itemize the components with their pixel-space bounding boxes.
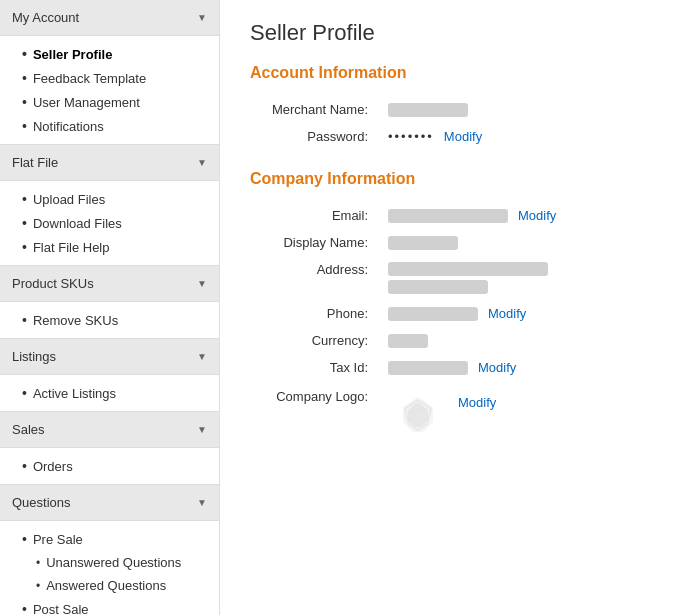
tax-id-modify-link[interactable]: Modify bbox=[478, 360, 516, 375]
main-content: Seller Profile Account Information Merch… bbox=[220, 0, 695, 615]
sidebar-section-label-listings: Listings bbox=[12, 349, 56, 364]
email-value: Modify bbox=[388, 208, 657, 223]
company-info-table: Email: Modify Display Name: Address: bbox=[250, 202, 665, 453]
company-logo-value: Modify bbox=[388, 387, 657, 447]
address-line2-blurred bbox=[388, 280, 488, 294]
company-logo-modify-link[interactable]: Modify bbox=[458, 395, 496, 410]
password-row: Password: ••••••• Modify bbox=[250, 123, 665, 150]
chevron-down-icon: ▼ bbox=[197, 278, 207, 289]
display-name-label: Display Name: bbox=[250, 229, 380, 256]
address-label: Address: bbox=[250, 256, 380, 300]
sidebar-section-label-product-skus: Product SKUs bbox=[12, 276, 94, 291]
chevron-down-icon: ▼ bbox=[197, 497, 207, 508]
sidebar-item-seller-profile[interactable]: Seller Profile bbox=[0, 42, 219, 66]
password-modify-link[interactable]: Modify bbox=[444, 129, 482, 144]
address-value bbox=[388, 262, 657, 294]
company-logo-label: Company Logo: bbox=[250, 381, 380, 453]
chevron-down-icon: ▼ bbox=[197, 424, 207, 435]
email-modify-link[interactable]: Modify bbox=[518, 208, 556, 223]
address-row: Address: bbox=[250, 256, 665, 300]
chevron-down-icon: ▼ bbox=[197, 157, 207, 168]
account-info-table: Merchant Name: Password: ••••••• Modify bbox=[250, 96, 665, 150]
merchant-name-row: Merchant Name: bbox=[250, 96, 665, 123]
account-information-title: Account Information bbox=[250, 64, 665, 82]
display-name-blurred bbox=[388, 236, 458, 250]
email-blurred bbox=[388, 209, 508, 223]
merchant-name-value bbox=[388, 103, 657, 117]
sidebar-item-orders[interactable]: Orders bbox=[0, 454, 219, 478]
tax-id-value: Modify bbox=[388, 360, 657, 375]
tax-id-blurred bbox=[388, 361, 468, 375]
sidebar-item-pre-sale[interactable]: Pre Sale bbox=[0, 527, 219, 551]
sidebar-section-label-sales: Sales bbox=[12, 422, 45, 437]
sidebar-section-label-my-account: My Account bbox=[12, 10, 79, 25]
sidebar-item-flat-file-help[interactable]: Flat File Help bbox=[0, 235, 219, 259]
sidebar-item-post-sale[interactable]: Post Sale bbox=[0, 597, 219, 615]
display-name-row: Display Name: bbox=[250, 229, 665, 256]
sidebar-item-upload-files[interactable]: Upload Files bbox=[0, 187, 219, 211]
sidebar-item-active-listings[interactable]: Active Listings bbox=[0, 381, 219, 405]
sidebar-section-listings[interactable]: Listings▼ bbox=[0, 339, 219, 375]
password-value: ••••••• Modify bbox=[388, 129, 657, 144]
chevron-down-icon: ▼ bbox=[197, 351, 207, 362]
sidebar-section-label-flat-file: Flat File bbox=[12, 155, 58, 170]
sidebar-section-label-questions: Questions bbox=[12, 495, 71, 510]
phone-value: Modify bbox=[388, 306, 657, 321]
sidebar-item-remove-skus[interactable]: Remove SKUs bbox=[0, 308, 219, 332]
phone-label: Phone: bbox=[250, 300, 380, 327]
merchant-name-label: Merchant Name: bbox=[250, 96, 380, 123]
address-line1-blurred bbox=[388, 262, 548, 276]
company-logo-row: Company Logo: Modify bbox=[250, 381, 665, 453]
sidebar-section-flat-file[interactable]: Flat File▼ bbox=[0, 145, 219, 181]
sidebar-item-unanswered-questions-pre[interactable]: Unanswered Questions bbox=[0, 551, 219, 574]
sidebar-item-download-files[interactable]: Download Files bbox=[0, 211, 219, 235]
password-label: Password: bbox=[250, 123, 380, 150]
merchant-name-blurred bbox=[388, 103, 468, 117]
sidebar-section-product-skus[interactable]: Product SKUs▼ bbox=[0, 266, 219, 302]
currency-value bbox=[388, 334, 657, 348]
tax-id-row: Tax Id: Modify bbox=[250, 354, 665, 381]
page-title: Seller Profile bbox=[250, 20, 665, 46]
currency-blurred bbox=[388, 334, 428, 348]
company-logo-icon bbox=[388, 387, 448, 447]
sidebar: My Account▼Seller ProfileFeedback Templa… bbox=[0, 0, 220, 615]
sidebar-item-user-management[interactable]: User Management bbox=[0, 90, 219, 114]
chevron-down-icon: ▼ bbox=[197, 12, 207, 23]
currency-row: Currency: bbox=[250, 327, 665, 354]
sidebar-section-sales[interactable]: Sales▼ bbox=[0, 412, 219, 448]
sidebar-item-feedback-template[interactable]: Feedback Template bbox=[0, 66, 219, 90]
phone-row: Phone: Modify bbox=[250, 300, 665, 327]
password-dots: ••••••• bbox=[388, 129, 434, 144]
company-information-title: Company Information bbox=[250, 170, 665, 188]
sidebar-item-notifications[interactable]: Notifications bbox=[0, 114, 219, 138]
sidebar-section-my-account[interactable]: My Account▼ bbox=[0, 0, 219, 36]
currency-label: Currency: bbox=[250, 327, 380, 354]
email-label: Email: bbox=[250, 202, 380, 229]
sidebar-item-answered-questions[interactable]: Answered Questions bbox=[0, 574, 219, 597]
display-name-value bbox=[388, 236, 657, 250]
phone-modify-link[interactable]: Modify bbox=[488, 306, 526, 321]
phone-blurred bbox=[388, 307, 478, 321]
email-row: Email: Modify bbox=[250, 202, 665, 229]
tax-id-label: Tax Id: bbox=[250, 354, 380, 381]
sidebar-section-questions[interactable]: Questions▼ bbox=[0, 485, 219, 521]
